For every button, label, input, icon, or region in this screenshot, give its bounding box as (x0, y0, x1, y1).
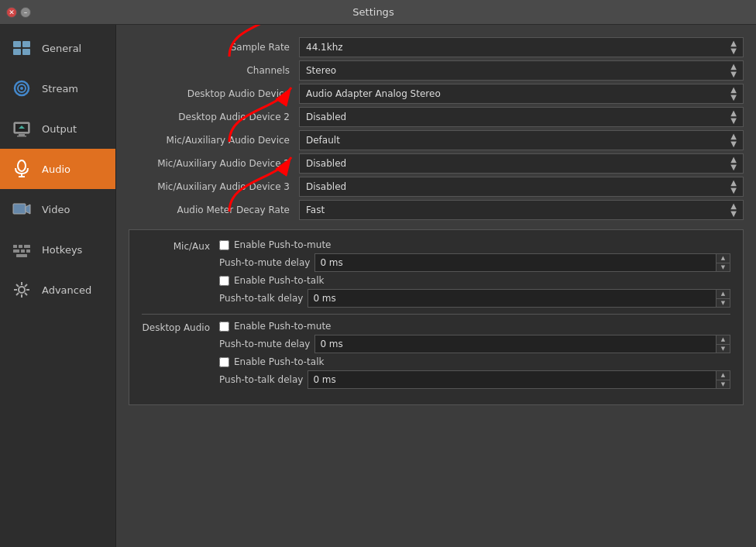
mic-aux-group: Mic/Aux Enable Push-to-mute Push-to-mute… (142, 239, 730, 308)
svg-rect-18 (19, 245, 22, 248)
sidebar-item-advanced[interactable]: Advanced (0, 270, 115, 310)
svg-rect-20 (13, 249, 19, 253)
window-title: Settings (0, 6, 750, 18)
mic-aux-device3-label: Mic/Auxiliary Audio Device 3 (129, 181, 299, 192)
mic-aux-device3-control[interactable]: Disabled ▲▼ (299, 177, 744, 197)
sidebar-item-output[interactable]: Output (0, 108, 115, 149)
svg-rect-23 (16, 254, 27, 257)
sample-rate-control[interactable]: 44.1khz ▲▼ (299, 37, 744, 57)
sidebar-label-advanced: Advanced (42, 284, 91, 296)
svg-point-12 (18, 160, 26, 171)
desktop-push-to-talk-delay-row: Push-to-talk delay 0 ms ▲ ▼ (219, 370, 730, 389)
mic-push-to-mute-spin-up[interactable]: ▲ (716, 254, 730, 263)
desktop-audio-device2-control[interactable]: Disabled ▲▼ (299, 107, 744, 127)
mic-push-to-mute-delay-label: Push-to-mute delay (219, 257, 310, 268)
sidebar-item-stream[interactable]: Stream (0, 68, 115, 108)
svg-rect-19 (24, 245, 30, 248)
sidebar-item-video[interactable]: Video (0, 189, 115, 229)
mic-push-to-mute-label: Enable Push-to-mute (234, 239, 332, 250)
sample-rate-value: 44.1khz (306, 42, 343, 53)
sidebar-label-stream: Stream (42, 83, 78, 95)
mic-push-to-mute-delay-input[interactable]: 0 ms ▲ ▼ (314, 253, 730, 272)
desktop-push-to-talk-checkbox[interactable] (219, 357, 229, 367)
desktop-push-to-mute-spin-up[interactable]: ▲ (716, 335, 730, 344)
desktop-push-to-talk-spin-up[interactable]: ▲ (716, 371, 730, 380)
sidebar-item-hotkeys[interactable]: Hotkeys (0, 229, 115, 270)
desktop-audio-device2-arrow: ▲▼ (730, 109, 737, 125)
desktop-push-to-talk-spin: ▲ ▼ (716, 371, 730, 388)
mic-aux-device3-arrow: ▲▼ (730, 179, 737, 194)
mic-aux-group-label: Mic/Aux (142, 239, 219, 252)
svg-rect-22 (26, 249, 30, 253)
audio-groups-box: Mic/Aux Enable Push-to-mute Push-to-mute… (129, 229, 744, 405)
svg-point-24 (19, 287, 25, 293)
desktop-push-to-talk-spin-down[interactable]: ▼ (716, 380, 730, 389)
audio-meter-decay-control[interactable]: Fast ▲▼ (299, 200, 744, 220)
mic-aux-device2-arrow: ▲▼ (730, 156, 737, 171)
desktop-push-to-talk-delay-label: Push-to-talk delay (219, 374, 303, 385)
channels-control[interactable]: Stereo ▲▼ (299, 60, 744, 81)
desktop-push-to-mute-checkbox-row: Enable Push-to-mute (219, 321, 730, 332)
desktop-audio-device-arrow: ▲▼ (730, 86, 737, 101)
desktop-push-to-talk-delay-value: 0 ms (313, 374, 335, 385)
channels-label: Channels (129, 65, 299, 76)
mic-push-to-talk-delay-value: 0 ms (313, 293, 335, 304)
titlebar: ✕ – Settings (0, 0, 756, 25)
mic-aux-device3-value: Disabled (306, 181, 346, 192)
svg-line-32 (16, 293, 19, 295)
main-layout: General Stream (0, 25, 756, 547)
desktop-push-to-mute-delay-row: Push-to-mute delay 0 ms ▲ ▼ (219, 335, 730, 353)
audio-meter-decay-label: Audio Meter Decay Rate (129, 205, 299, 215)
svg-rect-9 (19, 134, 25, 136)
desktop-audio-group: Desktop Audio Enable Push-to-mute Push-t… (142, 321, 730, 389)
stream-icon (9, 76, 34, 101)
audio-meter-decay-value: Fast (306, 205, 325, 215)
mic-push-to-mute-delay-row: Push-to-mute delay 0 ms ▲ ▼ (219, 253, 730, 272)
svg-rect-17 (13, 245, 17, 248)
sidebar-label-video: Video (42, 204, 70, 215)
svg-line-31 (25, 284, 27, 287)
desktop-audio-device-label: Desktop Audio Device (129, 88, 299, 99)
video-icon (9, 197, 34, 222)
mic-aux-device3-row: Mic/Auxiliary Audio Device 3 Disabled ▲▼ (129, 177, 744, 197)
mic-push-to-talk-spin-up[interactable]: ▲ (716, 290, 730, 298)
channels-arrow: ▲▼ (730, 63, 737, 78)
desktop-audio-device2-label: Desktop Audio Device 2 (129, 112, 299, 122)
svg-line-29 (16, 284, 19, 287)
mic-push-to-talk-spin: ▲ ▼ (716, 290, 730, 307)
output-icon (9, 116, 34, 141)
audio-meter-decay-row: Audio Meter Decay Rate Fast ▲▼ (129, 200, 744, 220)
desktop-push-to-mute-checkbox[interactable] (219, 322, 229, 332)
channels-value: Stereo (306, 65, 336, 76)
svg-line-30 (25, 293, 27, 295)
sidebar-item-general[interactable]: General (0, 28, 115, 68)
mic-aux-device-label: Mic/Auxiliary Audio Device (129, 135, 299, 146)
channels-row: Channels Stereo ▲▼ (129, 60, 744, 81)
mic-aux-controls: Enable Push-to-mute Push-to-mute delay 0… (219, 239, 730, 308)
mic-push-to-talk-delay-input[interactable]: 0 ms ▲ ▼ (308, 289, 730, 308)
svg-rect-0 (13, 41, 21, 47)
desktop-push-to-talk-delay-input[interactable]: 0 ms ▲ ▼ (308, 370, 730, 389)
mic-aux-device2-value: Disabled (306, 158, 346, 169)
sidebar-label-audio: Audio (42, 163, 70, 175)
desktop-push-to-mute-spin-down[interactable]: ▼ (716, 344, 730, 353)
sidebar: General Stream (0, 25, 116, 547)
mic-push-to-talk-checkbox-row: Enable Push-to-talk (219, 275, 730, 286)
desktop-push-to-mute-delay-input[interactable]: 0 ms ▲ ▼ (314, 335, 730, 353)
desktop-audio-device-control[interactable]: Audio Adapter Analog Stereo ▲▼ (299, 84, 744, 104)
desktop-push-to-mute-delay-label: Push-to-mute delay (219, 339, 310, 349)
mic-push-to-talk-checkbox[interactable] (219, 276, 229, 286)
mic-push-to-talk-spin-down[interactable]: ▼ (716, 298, 730, 308)
mic-push-to-mute-checkbox[interactable] (219, 240, 229, 250)
desktop-push-to-talk-checkbox-row: Enable Push-to-talk (219, 356, 730, 367)
mic-push-to-mute-spin-down[interactable]: ▼ (716, 263, 730, 272)
mic-aux-device-value: Default (306, 135, 340, 146)
mic-aux-device-control[interactable]: Default ▲▼ (299, 130, 744, 150)
sidebar-item-audio[interactable]: Audio (0, 149, 115, 189)
desktop-audio-controls: Enable Push-to-mute Push-to-mute delay 0… (219, 321, 730, 389)
desktop-audio-device2-row: Desktop Audio Device 2 Disabled ▲▼ (129, 107, 744, 127)
svg-rect-10 (17, 136, 26, 137)
desktop-push-to-mute-spin: ▲ ▼ (716, 335, 730, 353)
mic-aux-device2-control[interactable]: Disabled ▲▼ (299, 153, 744, 174)
svg-point-6 (20, 87, 23, 90)
